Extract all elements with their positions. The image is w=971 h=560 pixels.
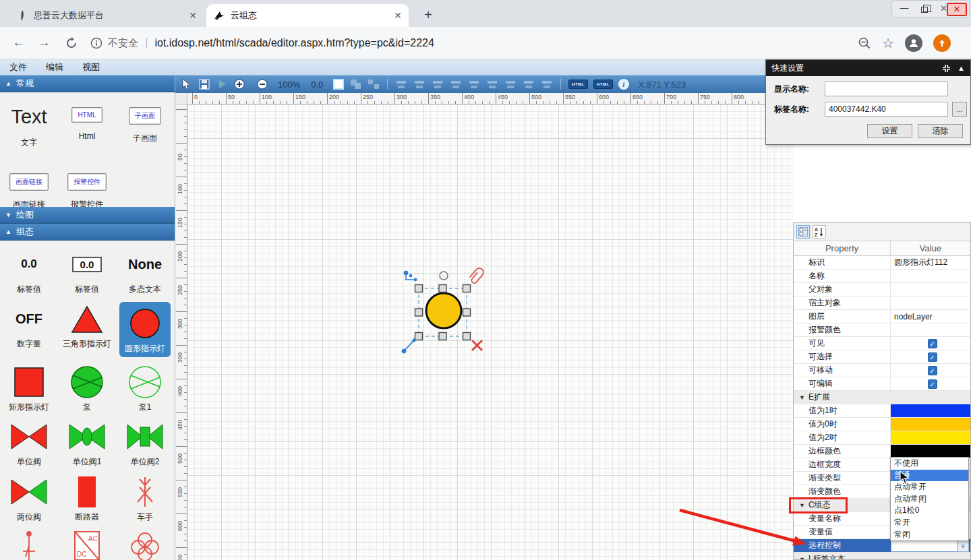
menu-文件[interactable]: 文件 bbox=[0, 61, 36, 73]
palette-item-单位阀1[interactable]: 单位阀1 bbox=[68, 420, 106, 466]
property-value[interactable]: ✓ bbox=[891, 377, 970, 390]
delete-x-icon[interactable] bbox=[472, 340, 482, 350]
dropdown-option-点1松0[interactable]: 点1松0 bbox=[891, 505, 968, 517]
palette-item-逆变器[interactable]: ACDC逆变器 bbox=[71, 530, 103, 560]
info-icon[interactable] bbox=[90, 37, 102, 49]
group-icon[interactable] bbox=[350, 78, 362, 90]
same-height-icon[interactable] bbox=[523, 78, 535, 90]
property-value[interactable] bbox=[891, 431, 970, 444]
tag-name-input[interactable] bbox=[825, 102, 948, 117]
property-row-宿主对象[interactable]: 宿主对象 bbox=[794, 297, 970, 310]
display-name-input[interactable] bbox=[825, 82, 948, 96]
palette-item-画面链接[interactable]: 画面链接画面链接 bbox=[9, 165, 49, 207]
info-icon[interactable]: i bbox=[618, 79, 629, 90]
property-row-可见[interactable]: 可见✓ bbox=[794, 337, 970, 350]
palette-item-矩形指示灯[interactable]: 矩形指示灯 bbox=[9, 365, 49, 412]
checkbox-checked-icon[interactable]: ✓ bbox=[928, 379, 937, 389]
align-right-icon[interactable] bbox=[432, 78, 444, 90]
chevron-down-icon[interactable]: ∨ bbox=[958, 540, 969, 552]
property-value[interactable] bbox=[891, 297, 970, 309]
minimize-button[interactable]: — bbox=[895, 2, 913, 15]
palette-item-车手[interactable]: 车手 bbox=[130, 475, 160, 522]
property-row-值为1时[interactable]: 值为1时 bbox=[794, 404, 970, 418]
palette-item-泵1[interactable]: 泵1 bbox=[127, 365, 163, 412]
property-row-边框颜色[interactable]: 边框颜色 bbox=[794, 445, 970, 458]
property-value[interactable] bbox=[891, 404, 970, 417]
circle-indicator-shape[interactable] bbox=[426, 293, 461, 328]
tab-platform[interactable]: 思普云大数据平台 ✕ bbox=[9, 4, 204, 27]
property-row-名称[interactable]: 名称 bbox=[794, 270, 970, 283]
palette-item-数字量[interactable]: OFF数字量 bbox=[16, 302, 42, 356]
property-value[interactable]: ✓ bbox=[891, 364, 970, 377]
restore-button[interactable] bbox=[916, 2, 933, 15]
property-value[interactable] bbox=[891, 445, 970, 458]
connect-line-icon[interactable] bbox=[402, 339, 415, 353]
browser-update-icon[interactable] bbox=[933, 34, 951, 52]
checkbox-checked-icon[interactable]: ✓ bbox=[928, 339, 937, 348]
palette-item-单位阀2[interactable]: 单位阀2 bbox=[126, 420, 164, 466]
property-value[interactable] bbox=[891, 270, 970, 282]
zoom-out-icon[interactable] bbox=[256, 78, 268, 90]
profile-avatar-icon[interactable] bbox=[905, 34, 922, 52]
dock-icon[interactable] bbox=[942, 64, 951, 73]
section-header-general[interactable]: ▲常规 bbox=[0, 75, 175, 92]
align-center-h-icon[interactable] bbox=[413, 78, 425, 90]
property-value[interactable]: nodeLayer bbox=[891, 310, 970, 323]
palette-item-标签值[interactable]: 0.0标签值 bbox=[72, 247, 102, 294]
connect-anchor-icon[interactable] bbox=[404, 271, 417, 281]
tab-close-icon[interactable]: ✕ bbox=[394, 10, 402, 21]
palette-item-PT[interactable]: PT bbox=[127, 530, 163, 560]
bookmark-star-icon[interactable]: ☆ bbox=[882, 35, 894, 51]
dropdown-option-常闭[interactable]: 常闭 bbox=[891, 529, 968, 541]
property-value[interactable] bbox=[891, 323, 970, 336]
reload-icon[interactable] bbox=[65, 36, 78, 50]
property-row-可移动[interactable]: 可移动✓ bbox=[794, 364, 970, 377]
property-value[interactable]: ✓ bbox=[891, 350, 970, 363]
palette-item-Html[interactable]: HTMLHtml bbox=[71, 99, 102, 157]
menu-视图[interactable]: 视图 bbox=[73, 61, 109, 73]
property-value[interactable]: ✓ bbox=[891, 337, 970, 350]
property-value[interactable] bbox=[891, 283, 970, 296]
color-swatch[interactable] bbox=[891, 431, 970, 444]
property-row-值为0时[interactable]: 值为0时 bbox=[794, 418, 970, 431]
set-button[interactable]: 设置 bbox=[867, 124, 912, 138]
align-top-icon[interactable] bbox=[450, 78, 462, 90]
same-width-icon[interactable] bbox=[504, 78, 517, 90]
clear-button[interactable]: 清除 bbox=[918, 124, 963, 138]
forward-icon[interactable]: → bbox=[38, 35, 51, 50]
html-export-button[interactable]: HTML bbox=[568, 80, 588, 89]
align-middle-icon[interactable] bbox=[468, 78, 480, 90]
section-header-scada[interactable]: ▲组态 bbox=[0, 224, 175, 241]
align-left-icon[interactable] bbox=[395, 78, 407, 90]
palette-item-两位阀[interactable]: 两位阀 bbox=[10, 475, 48, 522]
property-row-标识[interactable]: 标识圆形指示灯112 bbox=[794, 256, 970, 270]
property-row-值为2时[interactable]: 值为2时 bbox=[794, 431, 970, 445]
color-swatch[interactable] bbox=[891, 445, 970, 458]
palette-item-子画面[interactable]: 子画面子画面 bbox=[129, 99, 161, 157]
checkbox-checked-icon[interactable]: ✓ bbox=[928, 352, 937, 362]
dropdown-option-不使用[interactable]: 不使用 bbox=[891, 458, 968, 470]
ungroup-icon[interactable] bbox=[367, 78, 380, 90]
property-row-图层[interactable]: 图层nodeLayer bbox=[794, 310, 970, 323]
property-row-可编辑[interactable]: 可编辑✓ bbox=[794, 377, 970, 391]
palette-item-刀闸[interactable]: 刀闸 bbox=[16, 530, 42, 560]
back-icon[interactable]: ← bbox=[12, 35, 25, 50]
tab-scada-editor[interactable]: 云组态 ✕ bbox=[206, 4, 409, 27]
collapse-up-icon[interactable]: ▲ bbox=[958, 64, 965, 72]
dropdown-option-点动常闭[interactable]: 点动常闭 bbox=[891, 493, 968, 505]
new-tab-button[interactable]: + bbox=[419, 7, 437, 24]
design-canvas[interactable] bbox=[187, 104, 793, 560]
zoom-out-indicator-icon[interactable] bbox=[858, 36, 871, 50]
palette-item-三角形指示灯[interactable]: 三角形指示灯 bbox=[63, 302, 111, 356]
property-row-L标签文本[interactable]: ▼L标签文本 bbox=[794, 553, 970, 560]
cursor-icon[interactable] bbox=[181, 78, 193, 90]
palette-item-标签值[interactable]: 0.0标签值 bbox=[17, 247, 41, 294]
rotate-handle[interactable] bbox=[440, 272, 448, 280]
color-swatch[interactable] bbox=[891, 404, 970, 417]
html-preview-button[interactable]: HTML bbox=[593, 80, 613, 89]
tab-close-icon[interactable]: ✕ bbox=[189, 10, 197, 21]
remote-control-combobox[interactable]: ∨ bbox=[891, 540, 969, 552]
grid-toggle-icon[interactable] bbox=[332, 78, 345, 90]
property-row-报警颜色[interactable]: 报警颜色 bbox=[794, 323, 970, 337]
property-value[interactable] bbox=[891, 418, 970, 431]
